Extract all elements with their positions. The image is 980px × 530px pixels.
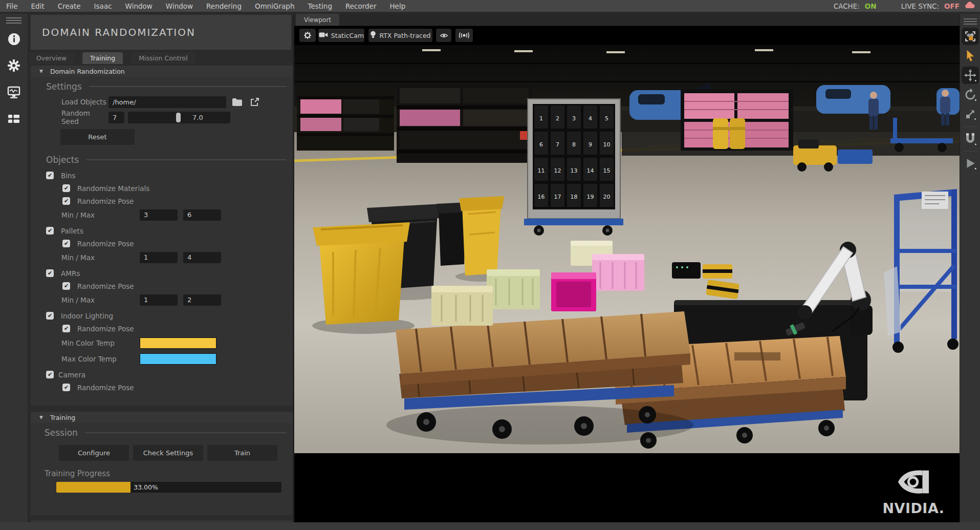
- configure-button[interactable]: Configure: [59, 445, 129, 461]
- menu-create[interactable]: Create: [58, 2, 81, 10]
- nvidia-watermark: NVIDIA.: [873, 468, 954, 516]
- session-buttons: Configure Check Settings Train: [31, 445, 293, 461]
- randomize-pose-checkbox[interactable]: ✔: [62, 325, 70, 332]
- panel-body: ▼ Domain Randomization Settings Load Obj…: [31, 66, 293, 530]
- max-field[interactable]: 4: [183, 252, 221, 263]
- viewport-settings-button[interactable]: [299, 29, 316, 42]
- live-sync-label: LIVE SYNC:: [901, 2, 939, 10]
- menu-window[interactable]: Window: [125, 2, 153, 10]
- camera-checkbox[interactable]: ✔: [46, 371, 54, 378]
- viewport-3d-scene[interactable]: 1234567891011121314151617181920: [294, 45, 960, 453]
- toolbar-grip-hand le[interactable]: [964, 18, 977, 25]
- svg-text:8: 8: [572, 141, 576, 148]
- right-toolbar: [960, 14, 980, 522]
- min-field[interactable]: 1: [140, 252, 178, 263]
- svg-text:1: 1: [539, 115, 543, 122]
- indoor-lighting-row: ✔ Indoor Lighting: [31, 311, 293, 321]
- bins-randomize-pose-row: ✔ Randomize Pose: [31, 196, 293, 206]
- svg-text:19: 19: [587, 194, 594, 200]
- min-color-temp-swatch[interactable]: [140, 337, 216, 349]
- move-tool-icon[interactable]: [962, 67, 979, 84]
- menu-help[interactable]: Help: [389, 2, 405, 10]
- broadcast-button[interactable]: [455, 29, 473, 42]
- live-sync-value: OFF: [944, 2, 960, 10]
- cursor-select-icon[interactable]: [962, 47, 979, 65]
- camera-icon: [319, 31, 328, 40]
- collapse-open-icon: ▼: [39, 415, 43, 420]
- grid-list-icon[interactable]: [3, 108, 25, 130]
- tab-training[interactable]: Training: [82, 52, 123, 64]
- numbered-cabinet: 1234567891011121314151617181920: [520, 99, 623, 236]
- viewport-pane: Viewport StaticCam RTX Path-traced: [294, 14, 960, 522]
- randomize-pose-checkbox[interactable]: ✔: [62, 197, 70, 205]
- snap-magnet-icon[interactable]: [962, 130, 979, 147]
- cloud-icon[interactable]: [965, 2, 975, 11]
- rail-grip-handle[interactable]: [6, 17, 21, 24]
- randomize-materials-checkbox[interactable]: ✔: [62, 184, 70, 192]
- play-icon[interactable]: [962, 155, 979, 172]
- camera-select-button[interactable]: StaticCam: [318, 29, 364, 42]
- pallets-randomize-pose-row: ✔ Randomize Pose: [31, 239, 293, 248]
- menu-omnigraph[interactable]: OmniGraph: [255, 2, 295, 10]
- viewport-tab[interactable]: Viewport: [296, 14, 339, 26]
- pallets-label: Pallets: [61, 227, 83, 235]
- folder-icon[interactable]: [231, 96, 244, 108]
- randomize-pose-checkbox[interactable]: ✔: [62, 240, 70, 247]
- export-icon[interactable]: [248, 96, 261, 108]
- monitor-graph-icon[interactable]: [3, 81, 25, 103]
- randomize-pose-checkbox[interactable]: ✔: [62, 384, 70, 391]
- min-field[interactable]: 1: [140, 294, 178, 306]
- pallets-checkbox[interactable]: ✔: [46, 227, 54, 235]
- domain-randomization-collapse-header[interactable]: ▼ Domain Randomization: [31, 66, 293, 77]
- info-icon[interactable]: [3, 28, 25, 50]
- menu-file[interactable]: File: [6, 2, 18, 10]
- session-section-header: Session: [31, 425, 293, 440]
- menu-isaac[interactable]: Isaac: [94, 2, 112, 10]
- nvidia-eye-logo: [897, 468, 930, 497]
- visibility-eye-button[interactable]: [436, 29, 451, 42]
- random-seed-input[interactable]: 7: [108, 112, 124, 123]
- cache-value: ON: [865, 2, 877, 10]
- max-color-temp-swatch[interactable]: [140, 353, 216, 365]
- amrs-checkbox[interactable]: ✔: [46, 269, 54, 277]
- tab-mission-control[interactable]: Mission Control: [131, 52, 195, 64]
- check-settings-button[interactable]: Check Settings: [133, 445, 203, 461]
- tab-overview[interactable]: Overview: [29, 52, 74, 64]
- max-field[interactable]: 2: [183, 294, 221, 306]
- gear-icon[interactable]: [3, 54, 25, 77]
- svg-text:7: 7: [556, 141, 559, 148]
- scale-tool-icon[interactable]: [962, 105, 979, 123]
- camera-label: Camera: [58, 371, 85, 379]
- menu-rendering[interactable]: Rendering: [206, 2, 242, 10]
- reset-button[interactable]: Reset: [60, 129, 135, 145]
- random-seed-slider[interactable]: 7.0: [128, 112, 230, 123]
- indoor-lighting-checkbox[interactable]: ✔: [46, 312, 54, 320]
- svg-text:10: 10: [603, 141, 611, 148]
- renderer-select-button[interactable]: RTX Path-traced: [368, 29, 432, 42]
- selection-mode-icon[interactable]: [962, 28, 979, 45]
- min-field[interactable]: 3: [140, 209, 178, 221]
- svg-text:2: 2: [556, 115, 559, 122]
- randomize-pose-checkbox[interactable]: ✔: [62, 282, 70, 290]
- menu-testing[interactable]: Testing: [308, 2, 332, 10]
- indoor-lighting-label: Indoor Lighting: [61, 312, 113, 320]
- slider-value: 7.0: [192, 112, 203, 123]
- bottom-strip: [0, 522, 980, 530]
- max-field[interactable]: 6: [183, 209, 221, 221]
- domain-randomization-group: ▼ Domain Randomization Settings Load Obj…: [31, 66, 293, 406]
- viewport-tabstrip: Viewport: [294, 14, 960, 26]
- bins-checkbox[interactable]: ✔: [46, 172, 54, 179]
- domain-randomization-panel: DOMAIN RANDOMIZATION Overview Training M…: [29, 14, 294, 522]
- svg-text:11: 11: [538, 167, 545, 174]
- rotate-tool-icon[interactable]: [962, 86, 979, 103]
- menu-recorder[interactable]: Recorder: [345, 2, 377, 10]
- menu-edit[interactable]: Edit: [31, 2, 45, 10]
- load-objects-input[interactable]: /home/: [108, 96, 226, 108]
- slider-handle[interactable]: [176, 113, 181, 122]
- svg-text:16: 16: [538, 194, 545, 200]
- training-collapse-header[interactable]: ▼ Training: [31, 412, 293, 423]
- train-button[interactable]: Train: [207, 445, 277, 461]
- panel-tabs: Overview Training Mission Control: [29, 52, 293, 64]
- cache-label: CACHE:: [834, 2, 860, 10]
- menu-window-2[interactable]: Window: [166, 2, 193, 10]
